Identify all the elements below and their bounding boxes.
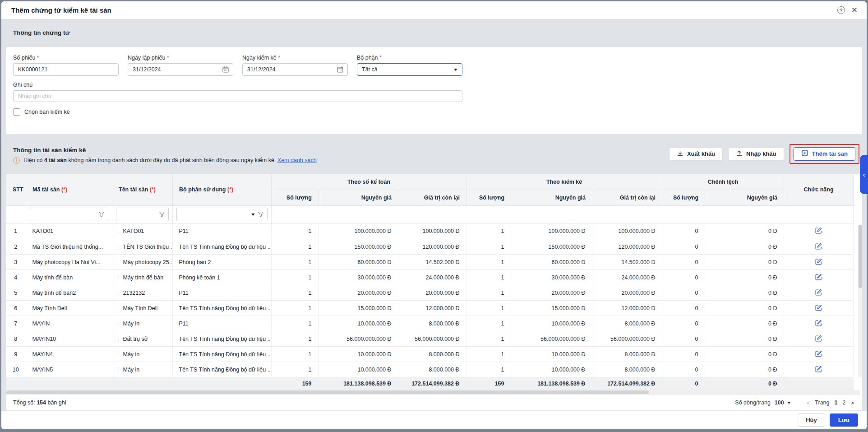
required-asterisk: * xyxy=(278,55,280,61)
table-cell: 8.000.000 Đ xyxy=(398,316,466,331)
page-prev-button[interactable]: < xyxy=(807,399,810,406)
table-cell: Máy photocopy Ha Noi Vi... xyxy=(26,255,112,270)
vertical-scrollbar-thumb[interactable] xyxy=(859,225,862,288)
total-records: Tổng số: 154 bản ghi xyxy=(13,399,66,406)
edit-row-button[interactable] xyxy=(784,270,853,285)
table-cell: 1 xyxy=(271,362,318,377)
table-cell: 1 xyxy=(466,362,511,377)
chon-ban-kiem-ke-checkbox[interactable]: Chọn ban kiểm kê xyxy=(13,108,855,116)
edit-row-button[interactable] xyxy=(784,224,853,239)
totals-cell: 181.138.098.539 Đ xyxy=(511,377,592,390)
view-list-link[interactable]: Xem danh sách xyxy=(277,157,317,163)
table-cell: 1 xyxy=(466,347,511,362)
edit-row-button[interactable] xyxy=(784,362,853,377)
bo-phan-select[interactable]: Tất cả xyxy=(357,63,462,76)
save-button[interactable]: Lưu xyxy=(830,413,858,427)
pager: < Trang 1 2 > xyxy=(807,399,854,406)
table-cell: 5 xyxy=(6,285,26,301)
page-label: Trang xyxy=(815,399,829,406)
close-icon[interactable]: ✕ xyxy=(851,6,858,14)
vertical-scrollbar[interactable] xyxy=(858,224,862,377)
calendar-icon[interactable] xyxy=(222,66,229,73)
filter-ma-tai-san-input[interactable] xyxy=(34,211,96,218)
table-row: 4Máy tính để bànMáy tính để bànPhòng kế … xyxy=(6,270,853,285)
import-button[interactable]: Nhập khẩu xyxy=(728,147,784,161)
ngay-kiem-ke-input[interactable] xyxy=(242,63,348,76)
section-title-document-info: Thông tin chứng từ xyxy=(13,29,855,36)
table-row: 10MAYIN5Máy inTên TS Tính năng Đồng bộ d… xyxy=(6,362,853,377)
totals-cell: 181.138.098.539 Đ xyxy=(318,377,398,390)
table-cell: 100.000.000 Đ xyxy=(592,224,662,239)
dialog-title: Thêm chứng từ kiểm kê tài sản xyxy=(11,6,111,14)
add-asset-button[interactable]: Thêm tài sản xyxy=(794,147,855,161)
rows-per-page-select[interactable]: 100 xyxy=(775,399,791,406)
table-cell: 1 xyxy=(466,270,511,285)
side-panel-toggle[interactable]: ‹ xyxy=(860,155,868,194)
table-cell: 8.000.000 Đ xyxy=(398,362,466,377)
table-cell: Tên TS Tính năng Đồng bộ dữ liệu ... xyxy=(172,301,271,316)
edit-row-button[interactable] xyxy=(784,347,853,362)
column-header-chuc-nang: Chức năng xyxy=(784,174,854,205)
table-cell: Tên TS Tính năng Đồng bộ dữ liệu ... xyxy=(172,239,271,255)
table-cell: KATO01 xyxy=(112,224,172,239)
table-cell: 0 Đ xyxy=(705,362,784,377)
table-cell: Phòng kế toán 1 xyxy=(172,270,271,285)
asset-table-scroll-area[interactable]: 1KATO01KATO01P111100.000.000 Đ100.000.00… xyxy=(6,224,862,377)
table-cell: 0 xyxy=(662,331,705,347)
filter-ten-tai-san-input[interactable] xyxy=(120,211,156,218)
checkbox-box[interactable] xyxy=(13,108,20,116)
table-cell: 20.000.000 Đ xyxy=(318,285,398,301)
edit-row-button[interactable] xyxy=(784,255,853,270)
table-row: 7MAYINMáy inP11110.000.000 Đ8.000.000 Đ1… xyxy=(6,316,853,331)
page-number-1[interactable]: 1 xyxy=(835,399,838,406)
table-cell: 0 xyxy=(662,239,705,255)
table-cell: 12.000.000 Đ xyxy=(398,301,466,316)
edit-row-button[interactable] xyxy=(784,316,853,331)
table-cell: 120.000.000 Đ xyxy=(398,239,466,255)
edit-row-button[interactable] xyxy=(784,285,853,301)
ghi-chu-input[interactable] xyxy=(13,90,462,102)
totals-cell xyxy=(26,377,112,390)
table-cell: 0 Đ xyxy=(705,224,784,239)
document-info-panel: Số phiếu * Ngày lập phiếu * N xyxy=(6,47,862,134)
chevron-down-icon[interactable] xyxy=(251,214,255,216)
pagination: Số dòng/trang 100 < Trang 1 2 > xyxy=(735,399,854,406)
table-cell: 1 xyxy=(271,224,318,239)
asset-section-buttons: Xuất khẩu Nhập khẩu Thêm tài sản xyxy=(669,144,859,164)
funnel-icon[interactable] xyxy=(98,211,105,218)
funnel-icon[interactable] xyxy=(258,211,264,218)
table-cell: 0 xyxy=(662,362,705,377)
table-cell: 10.000.000 Đ xyxy=(318,316,398,331)
totals-cell: 172.514.099.382 Đ xyxy=(398,377,466,390)
table-cell: Máy photocopy 25... xyxy=(112,255,172,270)
help-icon[interactable]: ? xyxy=(837,6,845,14)
info-icon: i xyxy=(13,157,20,164)
cancel-button[interactable]: Hủy xyxy=(798,413,825,427)
table-cell: 12.000.000 Đ xyxy=(592,301,662,316)
table-row: 3Máy photocopy Ha Noi Vi...Máy photocopy… xyxy=(6,255,853,270)
column-header-bo-phan-su-dung: Bộ phận sử dụng (*) xyxy=(173,174,272,205)
table-cell: 60.000.000 Đ xyxy=(511,255,592,270)
page-next-button[interactable]: > xyxy=(850,399,854,406)
funnel-icon[interactable] xyxy=(159,211,165,218)
table-row: 1KATO01KATO01P111100.000.000 Đ100.000.00… xyxy=(6,224,853,239)
asset-table-header: STT Mã tài sản (*) Tên tài sản (*) Bộ ph… xyxy=(6,174,854,224)
horizontal-scrollbar-thumb[interactable] xyxy=(6,390,649,394)
filter-bo-phan-input[interactable] xyxy=(180,211,249,218)
export-button[interactable]: Xuất khẩu xyxy=(669,147,723,161)
chevron-left-icon: ‹ xyxy=(863,171,865,178)
edit-row-button[interactable] xyxy=(784,239,853,255)
table-cell: 8.000.000 Đ xyxy=(398,347,466,362)
bo-phan-label: Bộ phận * xyxy=(357,55,462,61)
column-header-nguyen-gia: Nguyên giá xyxy=(511,190,592,205)
page-number-2[interactable]: 2 xyxy=(842,399,845,406)
horizontal-scrollbar[interactable] xyxy=(6,390,860,395)
so-phieu-input[interactable] xyxy=(13,63,119,76)
calendar-icon[interactable] xyxy=(337,66,344,73)
table-cell: 8.000.000 Đ xyxy=(592,362,662,377)
totals-cell xyxy=(112,377,172,390)
edit-row-button[interactable] xyxy=(784,331,853,347)
ngay-lap-phieu-input[interactable] xyxy=(128,63,233,76)
so-phieu-label: Số phiếu * xyxy=(13,55,119,61)
edit-row-button[interactable] xyxy=(784,301,853,316)
